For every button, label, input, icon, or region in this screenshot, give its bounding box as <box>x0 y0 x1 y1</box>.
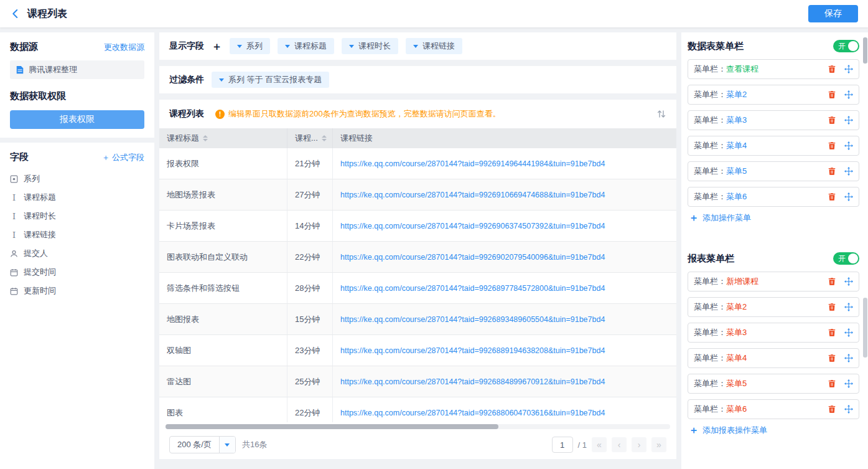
display-field-chip-series[interactable]: 系列 <box>230 38 270 54</box>
filter-card: 过滤条件 系列 等于 百宝云报表专题 <box>159 66 676 93</box>
cell-course-duration: 15分钟 <box>287 304 333 334</box>
table-row: 图表 22分钟 https://ke.qq.com/course/2870144… <box>159 397 676 422</box>
field-item-course-duration[interactable]: I 课程时长 <box>10 207 144 225</box>
cell-course-link: https://ke.qq.com/course/2870144?taid=99… <box>333 273 676 303</box>
move-icon[interactable] <box>844 65 853 73</box>
first-page-button[interactable]: « <box>592 437 607 452</box>
back-arrow-icon <box>10 8 21 19</box>
move-icon[interactable] <box>844 303 853 311</box>
page-number-input[interactable] <box>552 437 573 453</box>
move-icon[interactable] <box>844 277 853 286</box>
move-icon[interactable] <box>844 354 853 362</box>
delete-icon[interactable] <box>828 405 836 414</box>
plus-icon: ＋ <box>101 153 112 162</box>
sort-order-icon[interactable] <box>656 109 666 119</box>
course-table: 课程标题 课程... 课程链接 报表权限 21分钟 htt <box>159 128 676 459</box>
course-link[interactable]: https://ke.qq.com/course/2870144?taid=99… <box>340 377 605 386</box>
delete-icon[interactable] <box>828 354 836 362</box>
filter-condition-chip[interactable]: 系列 等于 百宝云报表专题 <box>212 72 329 88</box>
prev-page-button[interactable]: ‹ <box>612 437 627 452</box>
course-table-card: 课程列表 ! 编辑界面只取数据源前200条作为查询数据预览，完整数据请访问页面查… <box>159 100 676 459</box>
right-panel-scrollbar-thumb[interactable] <box>863 37 867 64</box>
back-button[interactable] <box>10 8 21 19</box>
save-button[interactable]: 保存 <box>808 5 858 22</box>
course-link[interactable]: https://ke.qq.com/course/2870144?taid=99… <box>340 346 605 355</box>
table-menu-toggle[interactable]: 开 <box>833 40 859 52</box>
delete-icon[interactable] <box>828 277 836 286</box>
report-menu-toggle[interactable]: 开 <box>833 252 859 265</box>
change-datasource-link[interactable]: 更改数据源 <box>104 42 144 53</box>
center-column: 显示字段 ＋ 系列 课程标题 课程时长 课程链接 过滤条件 <box>159 32 676 469</box>
display-field-chip-course-title[interactable]: 课程标题 <box>278 38 334 54</box>
add-display-field-icon[interactable]: ＋ <box>212 41 222 52</box>
course-link[interactable]: https://ke.qq.com/course/2870144?taid=99… <box>340 191 605 199</box>
menu-item[interactable]: 菜单栏：查看课程 <box>688 59 859 79</box>
menu-item[interactable]: 菜单栏：菜单4 <box>688 136 859 156</box>
next-page-button[interactable]: › <box>632 437 646 452</box>
field-item-course-title[interactable]: I 课程标题 <box>10 188 144 207</box>
move-icon[interactable] <box>844 90 853 99</box>
table-footer: 200 条/页 共16条 / 1 « ‹ › » <box>159 430 676 459</box>
delete-icon[interactable] <box>828 90 836 99</box>
course-link[interactable]: https://ke.qq.com/course/2870144?taid=99… <box>340 409 605 417</box>
menu-item[interactable]: 菜单栏：菜单4 <box>688 348 859 368</box>
table-row: 图表联动和自定义联动 22分钟 https://ke.qq.com/course… <box>159 242 676 273</box>
display-field-chip-course-duration[interactable]: 课程时长 <box>342 38 398 54</box>
menu-item[interactable]: 菜单栏：菜单5 <box>688 161 859 181</box>
delete-icon[interactable] <box>828 379 836 388</box>
last-page-button[interactable]: » <box>651 437 666 452</box>
menu-item[interactable]: 菜单栏：菜单5 <box>688 374 859 394</box>
toggle-knob <box>848 41 858 51</box>
datasource-item[interactable]: 腾讯课程整理 <box>10 60 144 79</box>
field-item-course-link[interactable]: I 课程链接 <box>10 225 144 244</box>
page-size-select[interactable]: 200 条/页 <box>169 436 236 453</box>
filter-label: 过滤条件 <box>169 74 204 85</box>
delete-icon[interactable] <box>828 167 836 176</box>
add-table-menu-link[interactable]: ＋ 添加操作菜单 <box>689 212 859 224</box>
menu-item[interactable]: 菜单栏：菜单2 <box>688 297 859 317</box>
menu-item[interactable]: 菜单栏：菜单6 <box>688 399 859 419</box>
delete-icon[interactable] <box>828 116 836 125</box>
delete-icon[interactable] <box>828 141 836 150</box>
move-icon[interactable] <box>844 405 853 414</box>
delete-icon[interactable] <box>828 65 836 73</box>
column-header-course-duration[interactable]: 课程... <box>287 128 333 148</box>
cell-course-duration: 21分钟 <box>287 148 333 179</box>
course-link[interactable]: https://ke.qq.com/course/2870144?taid=99… <box>340 315 605 324</box>
menu-item[interactable]: 菜单栏：菜单6 <box>688 187 859 207</box>
page-title: 课程列表 <box>27 7 67 21</box>
menu-item[interactable]: 菜单栏：新增课程 <box>688 272 859 291</box>
move-icon[interactable] <box>844 167 853 176</box>
cell-course-title: 双轴图 <box>159 335 287 366</box>
table-row: 卡片场景报表 14分钟 https://ke.qq.com/course/287… <box>159 211 676 242</box>
course-link[interactable]: https://ke.qq.com/course/2870144?taid=99… <box>340 159 605 168</box>
sort-carets-icon <box>203 135 208 141</box>
course-link[interactable]: https://ke.qq.com/course/2870144?taid=99… <box>340 284 605 293</box>
move-icon[interactable] <box>844 379 853 388</box>
delete-icon[interactable] <box>828 328 836 337</box>
horizontal-scrollbar-thumb[interactable] <box>166 424 498 429</box>
menu-item[interactable]: 菜单栏：菜单3 <box>688 323 859 343</box>
page-scrollbar-thumb[interactable] <box>863 298 867 358</box>
move-icon[interactable] <box>844 141 853 150</box>
move-icon[interactable] <box>844 192 853 201</box>
delete-icon[interactable] <box>828 192 836 201</box>
move-icon[interactable] <box>844 328 853 337</box>
cell-course-title: 卡片场景报表 <box>159 211 287 241</box>
display-field-chip-course-link[interactable]: 课程链接 <box>406 38 462 54</box>
add-report-menu-link[interactable]: ＋ 添加报表操作菜单 <box>689 425 859 436</box>
course-link[interactable]: https://ke.qq.com/course/2870144?taid=99… <box>340 222 605 230</box>
field-item-submitter[interactable]: 提交人 <box>10 244 144 263</box>
move-icon[interactable] <box>844 116 853 125</box>
field-item-update-time[interactable]: 更新时间 <box>10 282 144 300</box>
menu-item[interactable]: 菜单栏：菜单2 <box>688 85 859 105</box>
column-header-course-title[interactable]: 课程标题 <box>159 128 287 148</box>
add-formula-field-link[interactable]: ＋ 公式字段 <box>101 152 144 163</box>
field-item-series[interactable]: 系列 <box>10 169 144 188</box>
horizontal-scrollbar[interactable] <box>166 424 670 429</box>
field-item-submit-time[interactable]: 提交时间 <box>10 263 144 282</box>
course-link[interactable]: https://ke.qq.com/course/2870144?taid=99… <box>340 253 605 262</box>
menu-item[interactable]: 菜单栏：菜单3 <box>688 110 859 130</box>
report-permission-button[interactable]: 报表权限 <box>10 110 144 129</box>
delete-icon[interactable] <box>828 303 836 311</box>
